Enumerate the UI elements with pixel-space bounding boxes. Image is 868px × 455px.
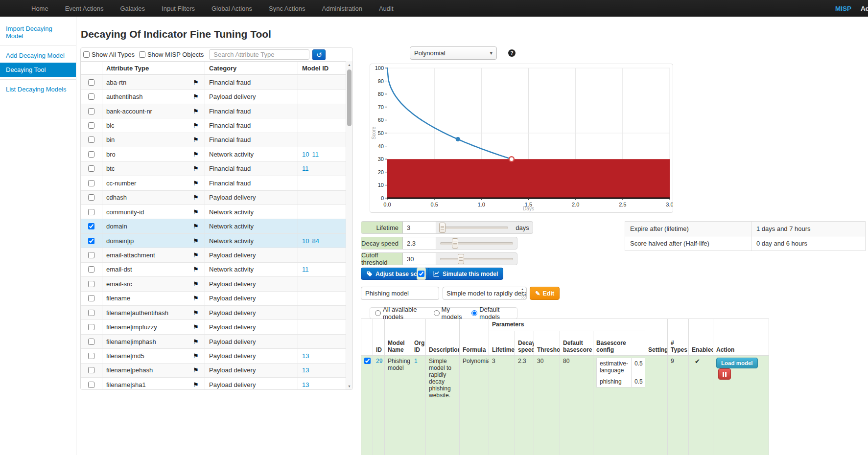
nav-item-audit[interactable]: Audit bbox=[371, 0, 402, 17]
nav-item-galaxies[interactable]: Galaxies bbox=[112, 0, 153, 17]
slider-handle[interactable] bbox=[439, 223, 446, 233]
slider[interactable] bbox=[440, 237, 513, 249]
help-icon[interactable]: ? bbox=[508, 49, 516, 57]
table-row-filename-md5[interactable]: filename|md5⚑Payload delivery13 bbox=[81, 349, 346, 363]
simulate-model-button[interactable]: Simulate this model bbox=[428, 268, 503, 280]
row-checkbox[interactable] bbox=[88, 223, 94, 229]
slider-track[interactable] bbox=[440, 258, 513, 260]
table-row-email-dst[interactable]: email-dst⚑Network activity11 bbox=[81, 263, 346, 277]
slider-track[interactable] bbox=[440, 227, 508, 229]
slider-handle[interactable] bbox=[458, 254, 464, 264]
search-input[interactable] bbox=[209, 49, 309, 60]
model-id-link[interactable]: 13 bbox=[302, 381, 309, 388]
sidebar-item-add-decaying-model[interactable]: Add Decaying Model bbox=[0, 48, 76, 63]
model-name-input[interactable] bbox=[361, 287, 439, 300]
table-row-bic[interactable]: bic⚑Financial fraud bbox=[81, 118, 346, 133]
table-row-domain[interactable]: domain⚑Network activity bbox=[81, 219, 346, 233]
model-description-textarea[interactable]: Simple model to rapidly decay ▲ ▼ bbox=[443, 287, 527, 300]
table-row-filename-imphash[interactable]: filename|imphash⚑Payload delivery bbox=[81, 335, 346, 349]
table-row-filename[interactable]: filename⚑Payload delivery bbox=[81, 292, 346, 306]
pause-model-button[interactable] bbox=[718, 368, 731, 380]
slider-value-input[interactable]: 30 bbox=[403, 253, 436, 265]
row-checkbox[interactable] bbox=[88, 238, 94, 244]
row-checkbox[interactable] bbox=[88, 136, 94, 143]
model-id-link[interactable]: 11 bbox=[302, 165, 309, 172]
model-filter-default-models[interactable]: Default models bbox=[471, 306, 512, 320]
table-row-filename-pehash[interactable]: filename|pehash⚑Payload delivery13 bbox=[81, 364, 346, 378]
table-row-community-id[interactable]: community-id⚑Network activity bbox=[81, 205, 346, 219]
nav-item-global-actions[interactable]: Global Actions bbox=[203, 0, 260, 17]
table-row-email-attachment[interactable]: email-attachment⚑Payload delivery bbox=[81, 248, 346, 262]
table-row-filename-authentihash[interactable]: filename|authentihash⚑Payload delivery bbox=[81, 306, 346, 320]
table-row-cdhash[interactable]: cdhash⚑Payload delivery bbox=[81, 191, 346, 205]
table-row-filename-sha1[interactable]: filename|sha1⚑Payload delivery13 bbox=[81, 378, 346, 389]
adjust-base-score-checkbox[interactable] bbox=[418, 271, 424, 277]
table-row-domain-ip[interactable]: domain|ip⚑Network activity1084 bbox=[81, 234, 346, 248]
model-id-link[interactable]: 11 bbox=[302, 266, 309, 273]
model-id-link[interactable]: 29 bbox=[376, 358, 382, 364]
model-id-link[interactable]: 10 bbox=[302, 151, 309, 158]
row-checkbox[interactable] bbox=[88, 353, 94, 359]
scrollbar[interactable]: ▲ ▼ bbox=[346, 61, 352, 389]
row-checkbox[interactable] bbox=[88, 367, 94, 373]
row-checkbox[interactable] bbox=[88, 252, 94, 258]
slider-value-input[interactable]: 3 bbox=[403, 222, 436, 233]
row-checkbox[interactable] bbox=[88, 194, 94, 201]
misp-brand[interactable]: MISP bbox=[835, 0, 851, 17]
row-checkbox[interactable] bbox=[88, 295, 94, 301]
radio-input[interactable] bbox=[375, 310, 381, 316]
slider-handle[interactable] bbox=[452, 238, 458, 249]
show-misp-objects-checkbox[interactable] bbox=[139, 51, 145, 58]
table-row-email-src[interactable]: email-src⚑Payload delivery bbox=[81, 277, 346, 291]
row-checkbox[interactable] bbox=[88, 180, 94, 186]
table-row-bank-account-nr[interactable]: bank-account-nr⚑Financial fraud bbox=[81, 104, 346, 118]
row-checkbox[interactable] bbox=[88, 122, 94, 129]
row-checkbox[interactable] bbox=[88, 324, 94, 330]
model-filter-all-available-models[interactable]: All available models bbox=[375, 306, 427, 320]
model-id-link[interactable]: 13 bbox=[302, 352, 309, 360]
nav-item-sync-actions[interactable]: Sync Actions bbox=[260, 0, 313, 17]
row-checkbox[interactable] bbox=[88, 93, 94, 100]
table-row-filename-impfuzzy[interactable]: filename|impfuzzy⚑Payload delivery bbox=[81, 320, 346, 334]
threshold-endpoint-marker[interactable] bbox=[509, 157, 514, 161]
slider[interactable] bbox=[440, 222, 508, 233]
nav-item-home[interactable]: Home bbox=[23, 0, 57, 17]
row-checkbox[interactable] bbox=[88, 310, 94, 316]
edit-model-button[interactable]: ✎ Edit bbox=[530, 287, 560, 300]
table-row-btc[interactable]: btc⚑Financial fraud11 bbox=[81, 162, 346, 176]
textarea-scroll-icons[interactable]: ▲ ▼ bbox=[519, 288, 525, 294]
show-all-types-toggle[interactable]: Show All Types bbox=[83, 51, 135, 58]
load-model-button[interactable]: Load model bbox=[716, 358, 758, 368]
row-checkbox[interactable] bbox=[88, 281, 94, 287]
refresh-button[interactable]: ↺ bbox=[312, 49, 326, 60]
row-checkbox[interactable] bbox=[88, 382, 94, 388]
scroll-down-icon[interactable]: ▼ bbox=[346, 383, 352, 389]
row-checkbox[interactable] bbox=[88, 266, 94, 273]
adjust-base-score-toggle[interactable] bbox=[417, 268, 426, 280]
row-checkbox[interactable] bbox=[88, 209, 94, 215]
row-checkbox[interactable] bbox=[88, 108, 94, 114]
scroll-up-icon[interactable]: ▲ bbox=[346, 61, 352, 68]
scroll-up-icon[interactable]: ▲ bbox=[521, 288, 524, 291]
model-checkbox[interactable] bbox=[364, 358, 371, 364]
nav-item-administration[interactable]: Administration bbox=[314, 0, 371, 17]
radio-input[interactable] bbox=[471, 310, 477, 316]
table-row-bro[interactable]: bro⚑Network activity1011 bbox=[81, 147, 346, 161]
sidebar-item-import-decaying-model[interactable]: Import Decaying Model bbox=[0, 22, 76, 43]
scroll-down-icon[interactable]: ▼ bbox=[521, 291, 524, 294]
formula-select[interactable]: Polynomial ▾ bbox=[410, 46, 497, 60]
table-row-aba-rtn[interactable]: aba-rtn⚑Financial fraud bbox=[81, 75, 346, 90]
resize-grip-icon[interactable] bbox=[521, 295, 526, 299]
row-checkbox[interactable] bbox=[88, 165, 94, 172]
scrollbar-thumb[interactable] bbox=[347, 69, 352, 126]
nav-item-event-actions[interactable]: Event Actions bbox=[57, 0, 112, 17]
sidebar-item-list-decaying-models[interactable]: List Decaying Models bbox=[0, 82, 76, 96]
show-all-types-checkbox[interactable] bbox=[83, 51, 90, 58]
radio-input[interactable] bbox=[434, 310, 440, 316]
slider[interactable] bbox=[440, 253, 513, 265]
slider-track[interactable] bbox=[440, 242, 513, 245]
table-row-cc-number[interactable]: cc-number⚑Financial fraud bbox=[81, 176, 346, 190]
sidebar-item-decaying-tool[interactable]: Decaying Tool bbox=[0, 63, 76, 77]
row-checkbox[interactable] bbox=[88, 151, 94, 158]
model-id-link[interactable]: 11 bbox=[312, 151, 319, 158]
